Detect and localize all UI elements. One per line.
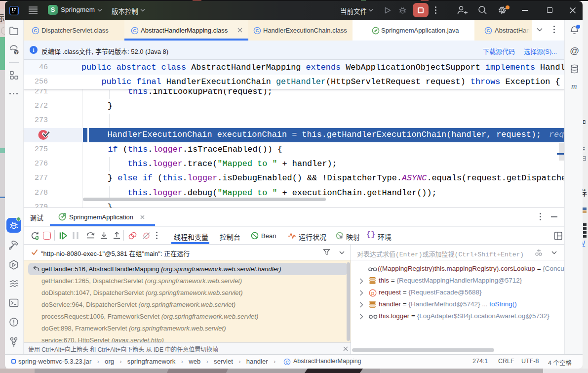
svg-text:C: C [256,28,259,33]
svg-text:?: ? [15,50,17,55]
svg-text:C: C [133,28,137,33]
svg-text:p: p [371,290,374,296]
svg-text:C: C [487,28,490,33]
svg-text:C: C [285,360,289,365]
svg-text:C: C [34,28,38,33]
